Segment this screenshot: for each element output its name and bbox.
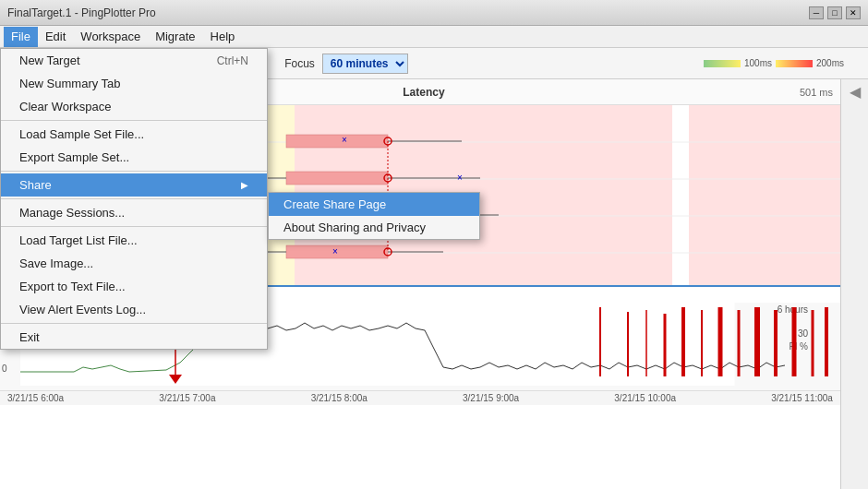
separator-4 — [1, 226, 267, 227]
xaxis: 3/21/15 6:00a 3/21/15 7:00a 3/21/15 8:00… — [0, 390, 840, 405]
menu-share[interactable]: Share — [1, 173, 267, 197]
menu-export-text[interactable]: Export to Text File... — [1, 275, 267, 298]
menu-edit[interactable]: Edit — [38, 27, 73, 47]
submenu-about-sharing[interactable]: About Sharing and Privacy — [269, 216, 479, 239]
title-bar: FinalTarget.1 - PingPlotter Pro ─ □ ✕ — [0, 0, 868, 26]
svg-text:×: × — [342, 135, 347, 145]
menu-workspace[interactable]: Workspace — [73, 27, 148, 47]
menu-help[interactable]: Help — [203, 27, 243, 47]
xaxis-label-3: 3/21/15 9:00a — [463, 393, 519, 403]
legend-bar: 100ms 200ms — [704, 58, 862, 68]
sidebar-arrow[interactable]: ◀ — [850, 83, 861, 101]
menu-bar: File Edit Workspace Migrate Help — [0, 26, 868, 48]
close-btn[interactable]: ✕ — [846, 6, 861, 19]
xaxis-label-5: 3/21/15 11:00a — [771, 393, 833, 403]
svg-rect-4 — [286, 135, 388, 148]
separator-5 — [1, 323, 267, 324]
separator-2 — [1, 171, 267, 172]
xaxis-label-1: 3/21/15 7:00a — [159, 393, 215, 403]
menu-clear-workspace[interactable]: Clear Workspace — [1, 95, 267, 118]
minimize-btn[interactable]: ─ — [809, 6, 824, 19]
menu-exit[interactable]: Exit — [1, 326, 267, 349]
max-label: 501 ms — [800, 87, 833, 98]
file-dropdown: New Target Ctrl+N New Summary Tab Clear … — [0, 48, 268, 350]
title-bar-controls[interactable]: ─ □ ✕ — [809, 6, 861, 19]
legend-warn — [776, 60, 813, 67]
menu-load-sample[interactable]: Load Sample Set File... — [1, 123, 267, 146]
focus-label: Focus — [281, 57, 319, 70]
svg-text:×: × — [332, 246, 338, 256]
separator-1 — [1, 120, 267, 121]
title-bar-text: FinalTarget.1 - PingPlotter Pro — [7, 6, 156, 19]
submenu-create-share[interactable]: Create Share Page — [269, 193, 479, 216]
right-sidebar: ◀ — [840, 79, 868, 489]
legend-100ms: 100ms — [744, 58, 772, 68]
menu-migrate[interactable]: Migrate — [148, 27, 202, 47]
focus-select[interactable]: 60 minutes — [322, 54, 408, 74]
legend-good — [704, 60, 741, 67]
xaxis-label-4: 3/21/15 10:00a — [614, 393, 676, 403]
menu-new-summary-tab[interactable]: New Summary Tab — [1, 72, 267, 95]
legend-200ms: 200ms — [816, 58, 844, 68]
xaxis-label-2: 3/21/15 8:00a — [311, 393, 368, 403]
menu-file[interactable]: File — [4, 27, 38, 47]
maximize-btn[interactable]: □ — [827, 6, 842, 19]
menu-export-sample[interactable]: Export Sample Set... — [1, 146, 267, 169]
share-submenu: Create Share Page About Sharing and Priv… — [268, 192, 480, 240]
svg-text:×: × — [457, 173, 463, 183]
menu-manage-sessions[interactable]: Manage Sessions... — [1, 201, 267, 224]
menu-new-target[interactable]: New Target Ctrl+N — [1, 49, 267, 72]
separator-3 — [1, 198, 267, 199]
menu-load-target-list[interactable]: Load Target List File... — [1, 229, 267, 252]
menu-save-image[interactable]: Save Image... — [1, 252, 267, 275]
menu-view-alert[interactable]: View Alert Events Log... — [1, 298, 267, 321]
svg-rect-8 — [286, 172, 388, 185]
xaxis-label-0: 3/21/15 6:00a — [7, 393, 64, 403]
